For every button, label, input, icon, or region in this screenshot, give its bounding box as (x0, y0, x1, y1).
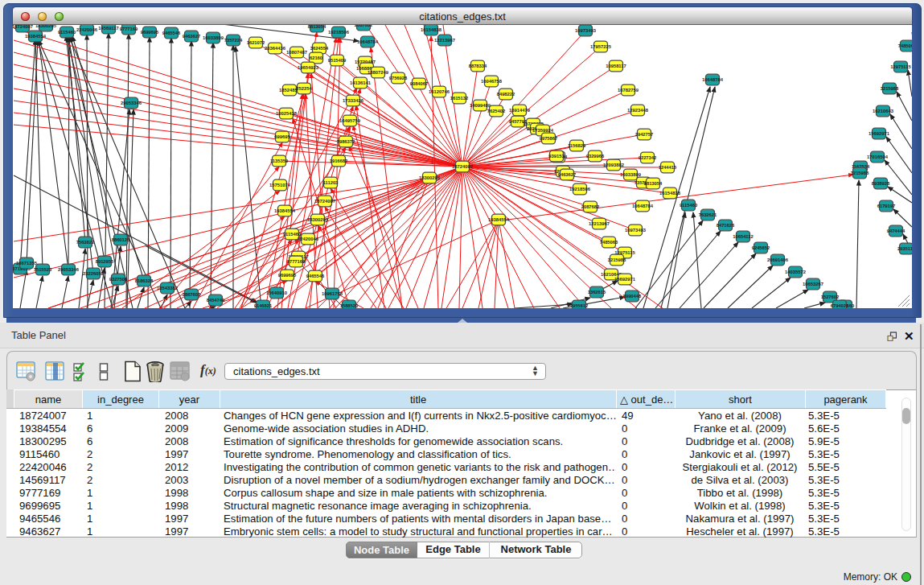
svg-text:12213967: 12213967 (434, 38, 455, 43)
svg-text:1135359: 1135359 (270, 159, 289, 163)
svg-text:6179197: 6179197 (877, 204, 896, 208)
svg-text:14035572: 14035572 (785, 270, 806, 274)
svg-text:9474444: 9474444 (887, 229, 906, 233)
svg-text:9115460: 9115460 (680, 203, 697, 208)
svg-text:10648784: 10648784 (357, 39, 379, 44)
svg-text:18300295: 18300295 (35, 25, 57, 28)
svg-text:8912955: 8912955 (96, 259, 114, 264)
svg-text:9777169: 9777169 (287, 259, 306, 264)
svg-text:16033809: 16033809 (620, 172, 642, 177)
svg-text:9329966: 9329966 (586, 154, 605, 159)
svg-text:1362615: 1362615 (588, 290, 606, 295)
svg-text:8860128: 8860128 (112, 237, 130, 242)
svg-text:10025438: 10025438 (276, 111, 298, 116)
svg-text:18807249: 18807249 (368, 70, 389, 75)
svg-text:9699695: 9699695 (278, 273, 297, 278)
svg-text:9327506: 9327506 (109, 277, 128, 282)
svg-text:8938928: 8938928 (872, 181, 890, 186)
svg-text:16033809: 16033809 (203, 35, 224, 40)
svg-text:9227342: 9227342 (639, 155, 657, 160)
svg-text:7357224: 7357224 (224, 38, 243, 43)
svg-text:12213967: 12213967 (589, 221, 610, 226)
svg-text:9463627: 9463627 (558, 172, 577, 177)
svg-text:10807487: 10807487 (286, 50, 307, 55)
svg-text:3624554: 3624554 (310, 46, 329, 51)
svg-text:62160: 62160 (310, 56, 322, 60)
svg-text:12975115: 12975115 (890, 64, 911, 69)
svg-text:15692971: 15692971 (614, 277, 636, 282)
svg-text:20691406: 20691406 (767, 257, 789, 262)
svg-text:10973493: 10973493 (575, 28, 597, 33)
svg-text:16046758: 16046758 (481, 79, 503, 84)
svg-text:10961758: 10961758 (322, 291, 343, 296)
svg-text:16154838: 16154838 (421, 27, 442, 32)
svg-text:18724007: 18724007 (314, 199, 335, 204)
svg-text:1615132: 1615132 (450, 96, 469, 101)
svg-text:8878334: 8878334 (469, 64, 487, 68)
svg-text:3215988: 3215988 (881, 86, 899, 91)
svg-text:20364436: 20364436 (265, 46, 286, 51)
svg-text:10543382: 10543382 (157, 286, 178, 290)
svg-text:18300295: 18300295 (419, 175, 441, 180)
svg-text:23226058: 23226058 (83, 271, 105, 276)
svg-text:9975867: 9975867 (540, 136, 558, 141)
svg-text:699695: 699695 (274, 134, 290, 139)
svg-text:18300295: 18300295 (307, 217, 329, 222)
svg-text:1588520: 1588520 (340, 303, 359, 308)
svg-text:9115460: 9115460 (58, 30, 76, 35)
svg-text:3215988: 3215988 (608, 257, 626, 262)
svg-text:14099489: 14099489 (470, 103, 491, 108)
svg-text:1156829: 1156829 (568, 143, 586, 148)
svg-text:19218506: 19218506 (328, 30, 350, 35)
svg-text:7563822: 7563822 (76, 240, 95, 245)
svg-text:9465546: 9465546 (162, 31, 181, 35)
svg-text:8990448: 8990448 (623, 294, 642, 299)
svg-text:19384554: 19384554 (488, 217, 510, 222)
svg-text:9146821: 9146821 (254, 303, 273, 308)
svg-text:15692971: 15692971 (869, 131, 890, 136)
svg-text:29053346: 29053346 (58, 267, 80, 272)
svg-text:8813054: 8813054 (644, 181, 663, 186)
svg-text:8471626: 8471626 (717, 223, 735, 228)
svg-text:17957225: 17957225 (590, 44, 612, 49)
svg-text:1244415: 1244415 (659, 165, 677, 170)
svg-text:8498222: 8498222 (497, 92, 515, 97)
svg-text:22420046: 22420046 (298, 237, 319, 241)
svg-text:9515409: 9515409 (328, 58, 347, 63)
svg-text:17016504: 17016504 (867, 154, 889, 159)
svg-text:7625402: 7625402 (487, 109, 506, 113)
svg-text:1916682: 1916682 (330, 159, 348, 163)
svg-text:939153: 939153 (548, 154, 565, 159)
svg-text:29053346: 29053346 (121, 101, 142, 105)
svg-text:2867608: 2867608 (183, 292, 201, 297)
svg-text:9463627: 9463627 (183, 34, 201, 39)
svg-text:9245652: 9245652 (752, 245, 770, 250)
svg-text:16154838: 16154838 (659, 191, 681, 196)
svg-text:7955812: 7955812 (570, 303, 589, 308)
svg-text:9465546: 9465546 (306, 274, 325, 278)
svg-text:16495759: 16495759 (339, 118, 361, 123)
svg-text:8186328: 8186328 (135, 278, 154, 283)
svg-text:17333426: 17333426 (343, 98, 364, 103)
svg-text:19218506: 19218506 (569, 187, 591, 192)
svg-text:18724007: 18724007 (452, 164, 473, 169)
svg-text:8813054: 8813054 (308, 25, 326, 29)
svg-text:1527602: 1527602 (821, 295, 840, 299)
svg-text:18724007: 18724007 (13, 25, 33, 29)
svg-text:1621072: 1621072 (247, 40, 265, 45)
svg-text:9756928: 9756928 (389, 76, 408, 80)
svg-text:10648784: 10648784 (632, 204, 654, 208)
svg-text:16782759: 16782759 (618, 88, 639, 93)
svg-text:19654923: 19654923 (298, 65, 319, 70)
svg-text:19384554: 19384554 (25, 34, 47, 39)
svg-text:15640910: 15640910 (266, 290, 287, 295)
svg-text:10973493: 10973493 (625, 228, 647, 233)
svg-text:10653267: 10653267 (803, 282, 823, 286)
svg-text:2087682: 2087682 (355, 25, 373, 27)
svg-text:19384554: 19384554 (274, 208, 296, 213)
svg-text:16210643: 16210643 (873, 109, 894, 113)
svg-text:2087682: 2087682 (581, 204, 600, 209)
svg-text:16120746: 16120746 (429, 89, 450, 94)
svg-text:3215988: 3215988 (851, 171, 869, 175)
svg-text:12923448: 12923448 (627, 108, 649, 113)
